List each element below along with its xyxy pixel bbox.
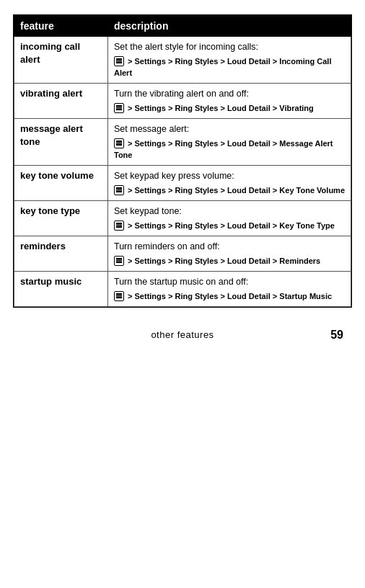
desc-intro-2: Set message alert: bbox=[114, 124, 189, 134]
menu-icon-2 bbox=[114, 138, 124, 148]
desc-intro-3: Set keypad key press volume: bbox=[114, 171, 234, 181]
page-number: 59 bbox=[330, 329, 343, 342]
desc-cell-1: Turn the vibrating alert on and off: > S… bbox=[108, 84, 351, 119]
nav-line-6: > Settings > Ring Styles > Loud Detail >… bbox=[114, 291, 345, 303]
desc-cell-2: Set message alert: > Settings > Ring Sty… bbox=[108, 119, 351, 166]
nav-line-0: > Settings > Ring Styles > Loud Detail >… bbox=[114, 56, 345, 79]
desc-intro-6: Turn the startup music on and off: bbox=[114, 277, 248, 287]
desc-cell-6: Turn the startup music on and off: > Set… bbox=[108, 272, 351, 307]
desc-cell-4: Set keypad tone: > Settings > Ring Style… bbox=[108, 201, 351, 236]
nav-text-6: > Settings > Ring Styles > Loud Detail >… bbox=[126, 292, 332, 300]
nav-line-5: > Settings > Ring Styles > Loud Detail >… bbox=[114, 256, 345, 267]
desc-cell-0: Set the alert style for incoming calls: … bbox=[108, 37, 351, 84]
feature-cell-0: incoming call alert bbox=[14, 37, 108, 84]
nav-text-2: > Settings > Ring Styles > Loud Detail >… bbox=[114, 139, 333, 159]
nav-line-2: > Settings > Ring Styles > Loud Detail >… bbox=[114, 138, 345, 161]
feature-cell-1: vibrating alert bbox=[14, 84, 108, 119]
feature-cell-5: reminders bbox=[14, 236, 108, 272]
nav-text-1: > Settings > Ring Styles > Loud Detail >… bbox=[126, 104, 314, 112]
page-footer: other features 59 bbox=[0, 329, 365, 355]
col-header-feature: feature bbox=[14, 16, 108, 37]
menu-icon-4 bbox=[114, 220, 124, 231]
col-header-description: description bbox=[108, 16, 351, 37]
menu-icon-6 bbox=[114, 291, 124, 301]
nav-text-5: > Settings > Ring Styles > Loud Detail >… bbox=[126, 257, 320, 265]
feature-cell-3: key tone volume bbox=[14, 166, 108, 201]
page-wrapper: feature description incoming call alertS… bbox=[0, 0, 365, 588]
desc-cell-3: Set keypad key press volume: > Settings … bbox=[108, 166, 351, 201]
desc-intro-5: Turn reminders on and off: bbox=[114, 241, 220, 251]
feature-cell-4: key tone type bbox=[14, 201, 108, 236]
nav-text-4: > Settings > Ring Styles > Loud Detail >… bbox=[126, 221, 335, 230]
nav-line-3: > Settings > Ring Styles > Loud Detail >… bbox=[114, 185, 345, 197]
desc-intro-4: Set keypad tone: bbox=[114, 206, 182, 216]
desc-cell-5: Turn reminders on and off: > Settings > … bbox=[108, 236, 351, 272]
main-table-container: feature description incoming call alertS… bbox=[13, 14, 352, 308]
desc-intro-1: Turn the vibrating alert on and off: bbox=[114, 89, 249, 99]
features-table: feature description incoming call alertS… bbox=[14, 15, 351, 307]
nav-text-3: > Settings > Ring Styles > Loud Detail >… bbox=[126, 186, 345, 195]
feature-cell-6: startup music bbox=[14, 272, 108, 307]
nav-line-1: > Settings > Ring Styles > Loud Detail >… bbox=[114, 103, 345, 115]
desc-intro-0: Set the alert style for incoming calls: bbox=[114, 42, 258, 52]
feature-cell-2: message alert tone bbox=[14, 119, 108, 166]
nav-text-0: > Settings > Ring Styles > Loud Detail >… bbox=[114, 57, 331, 77]
menu-icon-3 bbox=[114, 185, 124, 195]
footer-label: other features bbox=[151, 329, 214, 340]
nav-line-4: > Settings > Ring Styles > Loud Detail >… bbox=[114, 220, 345, 232]
menu-icon-1 bbox=[114, 103, 124, 113]
menu-icon-5 bbox=[114, 256, 124, 266]
menu-icon-0 bbox=[114, 56, 124, 66]
